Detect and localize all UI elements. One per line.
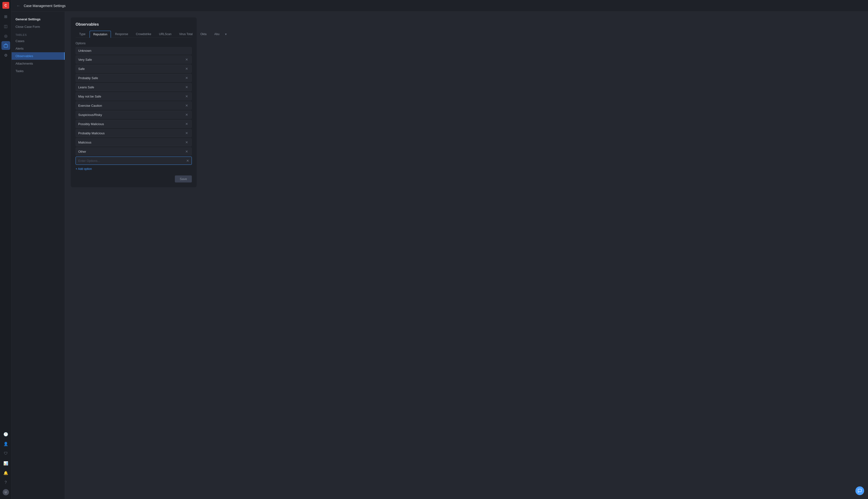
save-button[interactable]: Save: [175, 175, 192, 182]
option-row-may-not-be-safe: May not be Safe ✕: [75, 92, 192, 100]
chat-button[interactable]: [855, 486, 864, 495]
sidebar-item-alerts[interactable]: Alerts: [12, 45, 65, 52]
alert-icon[interactable]: 🔔: [1, 468, 10, 477]
option-row-possibly-malicious: Possibly Malicious ✕: [75, 120, 192, 128]
tabs-bar: Type Reputation Response Crowdstrike URL…: [75, 31, 192, 38]
user-icon[interactable]: 👤: [1, 439, 10, 448]
option-row-malicious: Malicious ✕: [75, 138, 192, 146]
option-delete-safe[interactable]: ✕: [184, 66, 189, 71]
tab-reputation[interactable]: Reputation: [90, 31, 111, 38]
option-row-unknown: Unknown: [75, 47, 192, 54]
option-label-very-safe: Very Safe: [78, 58, 92, 61]
option-delete-probably-malicious[interactable]: ✕: [184, 131, 189, 135]
option-label-safe: Safe: [78, 67, 85, 71]
content-area: Observables Type Reputation Response Cro…: [65, 12, 868, 499]
option-label-suspicious-risky: Suspicious/Risky: [78, 113, 102, 117]
help-icon[interactable]: ?: [1, 478, 10, 487]
tab-crowdstrike[interactable]: Crowdstrike: [132, 31, 155, 37]
svg-rect-0: [4, 45, 8, 47]
tab-virustotal[interactable]: Virus Total: [176, 31, 197, 37]
case-icon[interactable]: [1, 41, 10, 50]
observables-panel: Observables Type Reputation Response Cro…: [71, 17, 197, 187]
option-delete-probably-safe[interactable]: ✕: [184, 76, 189, 80]
page-title: Case Management Settings: [24, 4, 66, 8]
option-row-exercise-caution: Exercise Caution ✕: [75, 101, 192, 110]
option-label-malicious: Malicious: [78, 141, 91, 144]
app-logo[interactable]: C: [2, 2, 9, 9]
tab-type[interactable]: Type: [75, 31, 89, 37]
top-header: ← Case Management Settings: [12, 0, 868, 12]
icon-rail: C ⊞ ◫ ◎ ⚙ 🕐 👤 🛡 📊 🔔 ? U: [0, 0, 12, 499]
user-avatar-icon[interactable]: U: [1, 488, 10, 497]
tab-abu[interactable]: Abu: [211, 31, 223, 37]
option-label-other: Other: [78, 150, 86, 154]
new-option-input[interactable]: [76, 157, 184, 165]
option-delete-suspicious-risky[interactable]: ✕: [184, 112, 189, 117]
option-row-safe: Safe ✕: [75, 65, 192, 73]
calendar-icon[interactable]: ◫: [1, 22, 10, 31]
tab-okta[interactable]: Okta: [197, 31, 210, 37]
option-delete-possibly-malicious[interactable]: ✕: [184, 122, 189, 126]
option-delete-malicious[interactable]: ✕: [184, 140, 189, 145]
option-label-leans-safe: Leans Safe: [78, 85, 94, 89]
shield-icon[interactable]: 🛡: [1, 449, 10, 458]
option-label-unknown: Unknown: [78, 49, 91, 52]
panel-footer: Save: [75, 175, 192, 182]
input-clear-button[interactable]: ✕: [184, 157, 192, 165]
sidebar-item-tasks[interactable]: Tasks: [12, 67, 65, 75]
option-label-may-not-be-safe: May not be Safe: [78, 95, 101, 98]
sidebar-item-observables[interactable]: Observables: [12, 52, 65, 60]
option-label-possibly-malicious: Possibly Malicious: [78, 122, 104, 126]
option-row-probably-malicious: Probably Malicious ✕: [75, 129, 192, 137]
option-row-other: Other ✕: [75, 147, 192, 156]
option-delete-very-safe[interactable]: ✕: [184, 57, 189, 62]
tab-urlscan[interactable]: URLScan: [155, 31, 175, 37]
sidebar: General Settings Close Case Form Tables …: [12, 12, 65, 499]
tables-label: Tables: [12, 31, 65, 37]
option-row-very-safe: Very Safe ✕: [75, 56, 192, 64]
add-option-button[interactable]: + Add option: [75, 167, 92, 171]
new-option-input-row: ✕: [75, 157, 192, 165]
option-row-leans-safe: Leans Safe ✕: [75, 83, 192, 91]
clock-icon[interactable]: 🕐: [1, 430, 10, 438]
panel-title: Observables: [75, 22, 192, 27]
options-label: Options: [75, 41, 192, 45]
target-icon[interactable]: ◎: [1, 32, 10, 40]
chart-icon[interactable]: 📊: [1, 459, 10, 467]
option-label-probably-safe: Probably Safe: [78, 76, 98, 80]
sidebar-item-close-case[interactable]: Close Case Form: [12, 23, 65, 31]
general-settings-label: General Settings: [12, 15, 65, 23]
tab-response[interactable]: Response: [111, 31, 132, 37]
dashboard-icon[interactable]: ⊞: [1, 12, 10, 21]
option-delete-may-not-be-safe[interactable]: ✕: [184, 94, 189, 98]
settings-icon[interactable]: ⚙: [1, 51, 10, 60]
option-label-exercise-caution: Exercise Caution: [78, 104, 102, 108]
main-area: General Settings Close Case Form Tables …: [12, 12, 868, 499]
option-delete-other[interactable]: ✕: [184, 149, 189, 154]
option-delete-leans-safe[interactable]: ✕: [184, 85, 189, 89]
sidebar-item-cases[interactable]: Cases: [12, 37, 65, 45]
option-delete-exercise-caution[interactable]: ✕: [184, 104, 189, 108]
tabs-more-button[interactable]: ▾: [224, 31, 228, 37]
sidebar-item-attachments[interactable]: Attachments: [12, 60, 65, 67]
option-label-probably-malicious: Probably Malicious: [78, 131, 105, 135]
option-row-probably-safe: Probably Safe ✕: [75, 74, 192, 82]
app-layout: ← Case Management Settings General Setti…: [12, 0, 868, 499]
back-button[interactable]: ←: [15, 3, 21, 9]
option-row-suspicious-risky: Suspicious/Risky ✕: [75, 111, 192, 119]
